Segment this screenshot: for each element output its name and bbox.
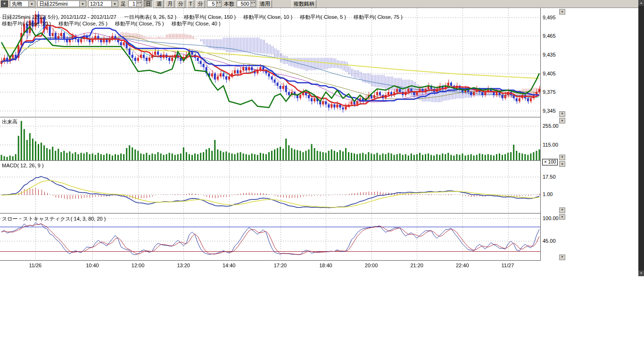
macd-panel-scroll-up[interactable]: ▲: [559, 161, 565, 167]
chevron-down-icon: ▼: [640, 272, 643, 275]
price-axis-label: 9,345: [543, 108, 556, 114]
indicator-legend-ichimoku: 一目均衡表( 9, 26, 52 ): [124, 14, 176, 21]
bars-value: 500: [237, 1, 250, 7]
vertical-scrollbar[interactable]: ▲ ▼: [638, 0, 644, 276]
time-axis-label: 17:20: [274, 263, 287, 268]
ashi-label: 足: [120, 0, 126, 8]
chevron-down-icon: ▼: [28, 1, 35, 7]
stoch-axis-label: 45.00: [543, 238, 556, 244]
contract-month-value: 12/12: [89, 1, 105, 7]
volume-panel-label: 出来高: [2, 118, 17, 125]
scrollbar-up-button[interactable]: ▲: [638, 0, 644, 6]
time-axis-label: 11/26: [29, 263, 41, 268]
time-axis-label: 18:40: [319, 263, 332, 268]
chevron-up-icon: ▲: [640, 1, 643, 4]
indicator-legend-ma25: 移動平均( Close, 25 ): [58, 20, 107, 27]
interval-value: 1: [129, 1, 136, 7]
indicator-legend-ma10b: 移動平均( Close, 10 ): [2, 20, 51, 27]
symbol-value: 日経225mini: [38, 0, 69, 8]
symbol-select[interactable]: 日経225mini ▼: [37, 0, 86, 7]
chevron-down-icon: ▼: [111, 1, 118, 7]
price-axis-label: 9,405: [543, 71, 556, 76]
volume-panel-scroll-up[interactable]: ▲: [559, 118, 565, 123]
time-axis-label: 20:00: [365, 263, 378, 268]
chevron-down-icon: ▼: [79, 1, 86, 7]
chart-region: 日経225mini 12/12( 5分), 2012/11/22 - 2012/…: [0, 0, 638, 283]
minute-stepper[interactable]: 5 ▲▼: [207, 0, 222, 7]
chevron-down-icon: ▼: [3, 2, 6, 5]
apply-button[interactable]: 適用: [258, 0, 272, 8]
period-minute-button[interactable]: 分: [176, 0, 185, 8]
macd-panel-label: MACD( 12, 26, 9 ): [2, 163, 44, 168]
period-month-button[interactable]: 月: [165, 0, 174, 8]
interval-stepper[interactable]: 1 ▲▼: [128, 0, 142, 7]
chart-title: 日経225mini 12/12( 5分), 2012/11/22 - 2012/…: [2, 14, 116, 21]
instrument-type-value: 先物: [10, 0, 24, 8]
window-menu-button[interactable]: ▼: [1, 0, 8, 7]
stoch-panel-scroll-up[interactable]: ▲: [559, 214, 565, 220]
time-axis-label: 21:20: [410, 263, 423, 268]
scrollbar-down-button[interactable]: ▼: [638, 271, 644, 276]
period-day-button[interactable]: 日: [144, 0, 153, 8]
indicator-legend-ma5: 移動平均( Close, 5 ): [300, 14, 346, 21]
indicator-legend-ma40: 移動平均( Close, 40 ): [172, 20, 221, 27]
price-axis-label: 9,495: [543, 15, 556, 20]
tick-button[interactable]: T: [187, 0, 194, 8]
charting-app-window: ▼ 先物 ▼ 日経225mini ▼ 12/12 ▼ 足 1 ▲▼ 日 週 月 …: [0, 0, 644, 362]
price-axis-label: 9,375: [543, 89, 556, 95]
bars-stepper[interactable]: 500 ▲▼: [237, 0, 256, 7]
chart-header-line2: 移動平均( Close, 10 ) 移動平均( Close, 25 ) 移動平均…: [2, 20, 221, 27]
time-axis-label: 22:40: [456, 263, 469, 268]
indicator-legend-ma10: 移動平均( Close, 10 ): [243, 14, 292, 21]
minute-button[interactable]: 分: [196, 0, 205, 8]
minute-value: 5: [207, 1, 216, 7]
price-axis-label: 9,465: [543, 33, 556, 39]
toolbar: ▼ 先物 ▼ 日経225mini ▼ 12/12 ▼ 足 1 ▲▼ 日 週 月 …: [0, 0, 644, 8]
macd-panel-scroll-down[interactable]: ▼: [559, 207, 565, 213]
multi-symbol-button[interactable]: 複数銘柄: [292, 0, 316, 8]
stepper-arrows-icon: ▲▼: [136, 1, 141, 7]
chart-header-line1: 日経225mini 12/12( 5分), 2012/11/22 - 2012/…: [2, 14, 403, 21]
indicator-legend-ma75b: 移動平均( Close, 75 ): [115, 20, 164, 27]
period-week-button[interactable]: 週: [155, 0, 164, 8]
volume-panel-scroll-down[interactable]: ▼: [559, 155, 565, 160]
price-panel-scroll-down[interactable]: ▼: [559, 111, 565, 117]
time-axis-label: 10:40: [86, 263, 99, 268]
price-panel-scroll-up[interactable]: ▲: [559, 9, 565, 15]
macd-axis-label: 17.50: [543, 174, 556, 180]
bars-label: 本数: [223, 0, 235, 8]
indicator-legend-ma75: 移動平均( Close, 75 ): [354, 14, 403, 21]
chart-canvas[interactable]: [0, 0, 541, 276]
stoch-panel-scroll-down[interactable]: ▼: [559, 255, 565, 260]
volume-axis-label: 255.00: [543, 123, 559, 129]
volume-multiplier-badge: × 100: [542, 159, 558, 165]
stoch-axis-label: 100.00: [543, 215, 559, 221]
time-axis-label: 13:20: [177, 263, 190, 268]
stepper-arrows-icon: ▲▼: [250, 1, 256, 7]
instrument-type-select[interactable]: 先物 ▼: [10, 0, 35, 7]
time-axis-label: 11/27: [502, 263, 514, 268]
indicator-legend-ma150: 移動平均( Close, 150 ): [184, 14, 236, 21]
stoch-panel-label: スロー・ストキャスティクス( 14, 3, 80, 20 ): [2, 215, 106, 222]
volume-axis-label: 115.00: [543, 142, 558, 148]
stepper-arrows-icon: ▲▼: [216, 1, 221, 7]
macd-axis-label: 1.00: [543, 191, 553, 197]
contract-month-select[interactable]: 12/12 ▼: [88, 0, 118, 7]
time-axis-label: 12:00: [132, 263, 145, 268]
price-axis-label: 9,435: [543, 52, 556, 58]
time-axis-label: 14:40: [223, 263, 236, 268]
